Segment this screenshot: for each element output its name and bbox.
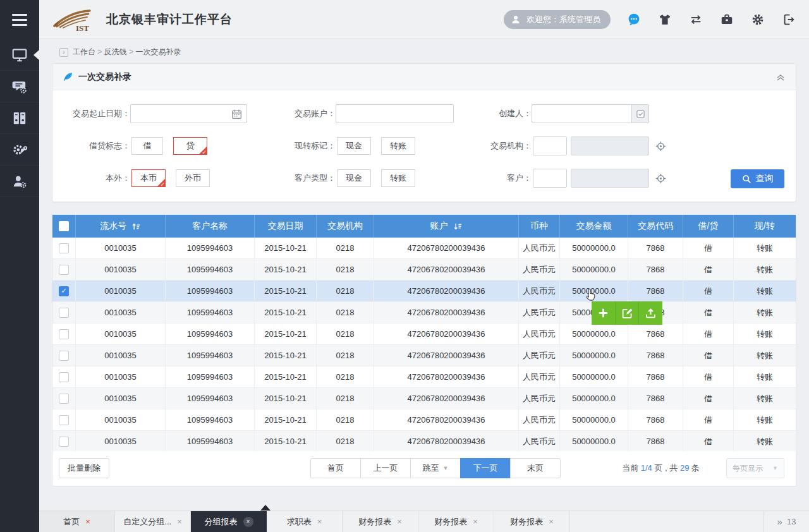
last-page-button[interactable]: 末页: [510, 458, 561, 478]
row-checkbox[interactable]: ✓: [59, 286, 69, 296]
customer-name-input[interactable]: [571, 169, 649, 188]
row-checkbox[interactable]: [59, 394, 69, 404]
toggle-cash[interactable]: 现金✓: [337, 137, 371, 155]
tab-close-icon[interactable]: ×: [177, 517, 182, 526]
user-menu[interactable]: 欢迎您：系统管理员: [504, 10, 611, 29]
col-cash-flag[interactable]: 现/转: [734, 215, 796, 238]
target-picker-icon[interactable]: [655, 173, 666, 184]
tab-close-icon[interactable]: ×: [317, 517, 322, 526]
row-checkbox[interactable]: [59, 372, 69, 382]
toggle-foreign-currency[interactable]: 外币✓: [176, 169, 210, 187]
toggle-loan-lend[interactable]: 贷✓: [173, 137, 207, 155]
row-checkbox-cell[interactable]: [52, 388, 76, 409]
col-account[interactable]: 账户: [374, 215, 519, 238]
toolbox-button[interactable]: [719, 12, 734, 27]
row-checkbox-cell[interactable]: [52, 431, 76, 452]
row-checkbox[interactable]: [59, 415, 69, 425]
col-currency[interactable]: 币种: [519, 215, 560, 238]
tab-财务报表[interactable]: 财务报表×: [494, 511, 570, 532]
table-row[interactable]: 001003510959946032015-10-210218472067802…: [52, 366, 796, 388]
table-row[interactable]: 001003510959946032015-10-210218472067802…: [52, 388, 796, 409]
row-checkbox[interactable]: [59, 265, 69, 275]
creator-input[interactable]: [532, 104, 649, 123]
collapse-button[interactable]: [776, 72, 786, 82]
breadcrumb-item[interactable]: 反洗钱: [104, 47, 127, 56]
upload-row-button[interactable]: [639, 301, 662, 325]
customer-code-input[interactable]: [533, 169, 567, 188]
switch-button[interactable]: [688, 12, 703, 27]
tab-财务报表[interactable]: 财务报表×: [418, 511, 494, 532]
table-row[interactable]: ✓001003510959946032015-10-21021847206780…: [52, 281, 796, 302]
col-customer-name[interactable]: 客户名称: [166, 215, 255, 238]
table-row[interactable]: 001003510959946032015-10-210218472067802…: [52, 302, 796, 323]
toggle-loan-borrow[interactable]: 借✓: [131, 137, 163, 155]
first-page-button[interactable]: 首页: [310, 458, 361, 478]
table-row[interactable]: 001003510959946032015-10-210218472067802…: [52, 409, 796, 431]
table-row[interactable]: 001003510959946032015-10-210218472067802…: [52, 323, 796, 345]
tab-自定义分组...[interactable]: 自定义分组...×: [115, 511, 191, 532]
select-all-checkbox[interactable]: [59, 221, 69, 231]
tab-close-icon[interactable]: ×: [549, 517, 554, 526]
breadcrumb-item[interactable]: 工作台: [73, 47, 95, 56]
toggle-ctype-transfer[interactable]: 转账✓: [381, 169, 415, 187]
toggle-transfer[interactable]: 转账✓: [381, 137, 415, 155]
row-checkbox[interactable]: [59, 308, 69, 318]
row-checkbox[interactable]: [59, 351, 69, 361]
row-checkbox-cell[interactable]: [52, 409, 76, 430]
settings-button[interactable]: [750, 12, 765, 27]
table-row[interactable]: 001003510959946032015-10-210218472067802…: [52, 431, 796, 452]
table-row[interactable]: 001003510959946032015-10-210218472067802…: [52, 259, 796, 281]
tab-close-icon[interactable]: ×: [397, 517, 402, 526]
toggle-local-currency[interactable]: 本币✓: [131, 169, 166, 187]
sort-desc-icon[interactable]: [453, 222, 463, 231]
row-checkbox[interactable]: [59, 243, 69, 253]
sidebar-item-workbench[interactable]: [0, 39, 39, 71]
target-picker-icon[interactable]: [655, 141, 666, 152]
sidebar-item-archive[interactable]: [0, 102, 39, 134]
prev-page-button[interactable]: 上一页: [360, 458, 411, 478]
sidebar-item-messages[interactable]: [0, 71, 39, 102]
trade-org-name-input[interactable]: [571, 136, 649, 155]
tab-overflow-button[interactable]: » 13: [763, 511, 809, 532]
col-trade-date[interactable]: 交易日期: [255, 215, 317, 238]
sidebar-item-user-admin[interactable]: [0, 166, 39, 197]
sidebar-item-system-tools[interactable]: [0, 134, 39, 166]
tab-财务报表[interactable]: 财务报表×: [343, 511, 418, 532]
tab-close-icon[interactable]: ×: [85, 517, 90, 526]
col-trade-code[interactable]: 交易代码: [628, 215, 683, 238]
batch-delete-button[interactable]: 批量删除: [59, 458, 109, 478]
col-amount[interactable]: 交易金额: [560, 215, 628, 238]
row-checkbox-cell[interactable]: [52, 238, 76, 258]
tab-求职表[interactable]: 求职表×: [267, 511, 343, 532]
jump-page-button[interactable]: 跳至▼: [410, 458, 461, 478]
theme-button[interactable]: [657, 12, 672, 27]
tab-close-icon[interactable]: ×: [243, 517, 253, 527]
tab-close-icon[interactable]: ×: [473, 517, 478, 526]
row-checkbox-cell[interactable]: [52, 366, 76, 387]
edit-row-button[interactable]: [616, 301, 640, 325]
row-checkbox-cell[interactable]: [52, 259, 76, 280]
page-size-select[interactable]: 每页显示▼: [726, 458, 784, 478]
row-checkbox[interactable]: [59, 329, 69, 339]
tab-分组报表[interactable]: 分组报表×: [191, 511, 267, 532]
logout-button[interactable]: [781, 12, 796, 27]
row-checkbox-cell[interactable]: ✓: [52, 281, 76, 301]
date-range-input[interactable]: [130, 104, 247, 123]
menu-toggle-button[interactable]: [0, 0, 39, 39]
col-trade-org[interactable]: 交易机构: [317, 215, 374, 238]
row-checkbox-cell[interactable]: [52, 345, 76, 366]
message-button[interactable]: [626, 12, 642, 27]
creator-select-button[interactable]: [631, 105, 648, 123]
next-page-button[interactable]: 下一页: [460, 458, 511, 478]
breadcrumb-item[interactable]: 一次交易补录: [135, 47, 181, 56]
search-button[interactable]: 查询: [731, 169, 784, 188]
toggle-ctype-cash[interactable]: 现金✓: [337, 169, 371, 187]
sort-asc-icon[interactable]: [131, 222, 141, 231]
row-checkbox[interactable]: [59, 437, 69, 447]
table-row[interactable]: 001003510959946032015-10-210218472067802…: [52, 238, 796, 259]
trade-account-input[interactable]: [336, 104, 454, 123]
col-serial[interactable]: 流水号: [76, 215, 166, 238]
row-checkbox-cell[interactable]: [52, 302, 76, 323]
col-loan-flag[interactable]: 借/贷: [683, 215, 734, 238]
add-row-button[interactable]: [592, 301, 616, 325]
